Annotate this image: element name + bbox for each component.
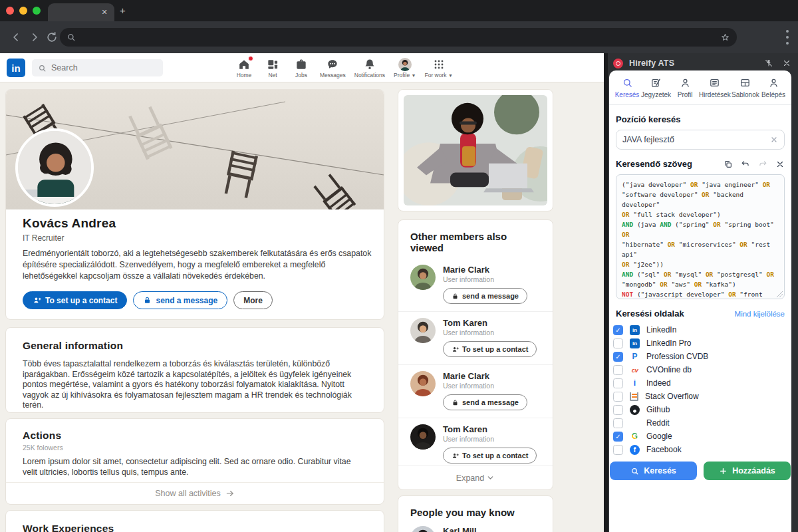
add-button[interactable]: Hozzáadás bbox=[704, 462, 791, 480]
browser-toolbar bbox=[0, 21, 798, 53]
send-message-button[interactable]: send a message bbox=[133, 291, 227, 309]
set-up-contact-button[interactable]: To set up a contact bbox=[23, 291, 127, 309]
browser-menu-button[interactable] bbox=[786, 30, 789, 45]
query-line: NOT ("javascript developer" OR "front en… bbox=[622, 289, 779, 299]
site-checkbox-checked[interactable]: ✓ bbox=[613, 325, 623, 335]
query-close-icon[interactable] bbox=[775, 160, 785, 169]
general-body: Több éves tapasztalattal rendelkezem a t… bbox=[23, 359, 367, 411]
undo-icon[interactable] bbox=[741, 160, 750, 169]
site-row-facebook: fFacebook bbox=[613, 443, 785, 456]
clear-input-icon[interactable] bbox=[770, 136, 778, 144]
profile-avatar[interactable] bbox=[15, 128, 94, 207]
position-search-input[interactable] bbox=[622, 135, 770, 144]
query-line: "hibernate" OR "microservices" OR "rest … bbox=[622, 239, 779, 259]
aside-photo-card bbox=[398, 89, 553, 211]
expand-button[interactable]: Expand bbox=[398, 466, 553, 489]
site-checkbox[interactable] bbox=[613, 378, 623, 388]
nav-item-home[interactable]: Home bbox=[234, 53, 254, 82]
member-set-up-contact-button[interactable]: To set up a contact bbox=[443, 448, 537, 464]
member-avatar bbox=[410, 424, 436, 450]
member-name[interactable]: Karl Mill bbox=[443, 526, 477, 532]
query-line: AND (java AND ("spring" OR "spring boot"… bbox=[622, 219, 779, 239]
member-set-up-contact-button[interactable]: To set up a contact bbox=[443, 341, 537, 357]
site-row-linkedin: ✓inLinkedIn bbox=[613, 323, 785, 336]
site-checkbox-checked[interactable]: ✓ bbox=[613, 432, 623, 442]
linkedin-logo[interactable]: in bbox=[7, 59, 25, 77]
site-checkbox[interactable] bbox=[613, 445, 623, 455]
site-row-reddit: Reddit bbox=[613, 416, 785, 430]
tab-close-icon[interactable]: ✕ bbox=[100, 7, 109, 17]
nav-item-label: Home bbox=[237, 72, 252, 78]
extension-tabs: KeresésJegyzetekProfilHirdetésekSablonok… bbox=[609, 70, 791, 105]
address-bar-input[interactable] bbox=[76, 33, 720, 42]
member-name[interactable]: Marie Clark bbox=[443, 265, 527, 275]
boolean-query-editor[interactable]: ("java developer" OR "java engineer" OR"… bbox=[616, 174, 785, 299]
nav-item-net[interactable]: Net bbox=[263, 53, 283, 82]
profile-actions: To set up a contact send a message More bbox=[23, 291, 273, 309]
site-checkbox[interactable] bbox=[613, 405, 623, 415]
arrow-right-icon bbox=[225, 489, 235, 498]
site-checkbox-checked[interactable]: ✓ bbox=[613, 352, 623, 362]
position-search-field[interactable] bbox=[616, 130, 785, 150]
member-send-message-button[interactable]: send a message bbox=[443, 288, 527, 304]
site-checkbox[interactable] bbox=[613, 418, 623, 428]
traffic-light-zoom[interactable] bbox=[33, 7, 41, 15]
position-search-heading: Pozíció keresés bbox=[616, 114, 785, 124]
more-button[interactable]: More bbox=[233, 291, 273, 309]
member-name[interactable]: Marie Clark bbox=[443, 371, 527, 381]
linkedin-icon: in bbox=[630, 325, 640, 335]
tab-label: Belépés bbox=[761, 91, 785, 98]
site-checkbox[interactable] bbox=[613, 365, 623, 375]
nav-item-jobs[interactable]: Jobs bbox=[291, 53, 311, 82]
site-checkbox[interactable] bbox=[613, 338, 623, 348]
nav-item-messages[interactable]: Messages bbox=[320, 53, 346, 82]
site-checkbox[interactable] bbox=[613, 392, 623, 402]
forward-button[interactable] bbox=[28, 31, 41, 44]
cvonline-icon: cv bbox=[630, 365, 640, 375]
back-button[interactable] bbox=[9, 31, 23, 44]
reload-button[interactable] bbox=[45, 31, 59, 44]
tab-profil[interactable]: Profil bbox=[674, 77, 696, 98]
extension-close-icon[interactable] bbox=[782, 59, 791, 68]
new-tab-button[interactable]: + bbox=[120, 5, 126, 16]
show-all-activities-link[interactable]: Show all activities bbox=[6, 482, 384, 504]
tab-belépés[interactable]: Belépés bbox=[762, 77, 785, 98]
select-all-link[interactable]: Mind kijelölése bbox=[735, 310, 785, 318]
linkedin-search-input[interactable] bbox=[47, 63, 146, 72]
member-info: User information bbox=[443, 382, 527, 390]
pin-icon[interactable] bbox=[764, 59, 773, 68]
copy-icon[interactable] bbox=[724, 160, 733, 169]
messages-icon bbox=[326, 58, 339, 71]
site-label: Facebook bbox=[646, 445, 682, 454]
redo-icon[interactable] bbox=[758, 160, 767, 169]
actions-title: Actions bbox=[23, 430, 367, 442]
member-send-message-button[interactable]: send a message bbox=[443, 394, 527, 410]
bookmark-star-icon[interactable] bbox=[720, 33, 730, 43]
people-you-may-know-card: People you may know Karl Mill bbox=[398, 495, 553, 532]
resize-handle[interactable] bbox=[777, 291, 783, 297]
address-search-icon bbox=[66, 33, 76, 42]
general-title: General information bbox=[23, 340, 367, 352]
member-name[interactable]: Tom Karen bbox=[443, 318, 537, 328]
tab-keresés[interactable]: Keresés bbox=[616, 77, 638, 98]
address-bar[interactable] bbox=[60, 28, 737, 47]
tab-hirdetések[interactable]: Hirdetések bbox=[701, 77, 729, 98]
traffic-light-minimize[interactable] bbox=[19, 7, 27, 15]
linkedin-search[interactable] bbox=[32, 59, 163, 76]
nav-item-profile[interactable]: Profile ▼ bbox=[394, 53, 416, 82]
traffic-light-close[interactable] bbox=[6, 7, 14, 15]
profile-headline: IT Recruiter bbox=[23, 233, 64, 243]
member-avatar bbox=[410, 371, 436, 396]
site-row-google: ✓GGoogle bbox=[613, 430, 785, 443]
tab-jegyzetek[interactable]: Jegyzetek bbox=[643, 77, 669, 98]
member-name[interactable]: Tom Karen bbox=[443, 424, 537, 434]
tab-sablonok[interactable]: Sablonok bbox=[733, 77, 757, 98]
hireify-logo-icon bbox=[613, 59, 623, 68]
search-button[interactable]: Keresés bbox=[610, 462, 697, 480]
profession-icon: P bbox=[630, 352, 640, 362]
tab-label: Profil bbox=[678, 91, 693, 98]
linkedin-icon: in bbox=[630, 338, 640, 348]
nav-item-notifications[interactable]: Notifications bbox=[354, 53, 385, 82]
browser-tab[interactable]: ✕ bbox=[48, 3, 114, 21]
nav-item-for-work[interactable]: For work ▼ bbox=[424, 53, 452, 82]
